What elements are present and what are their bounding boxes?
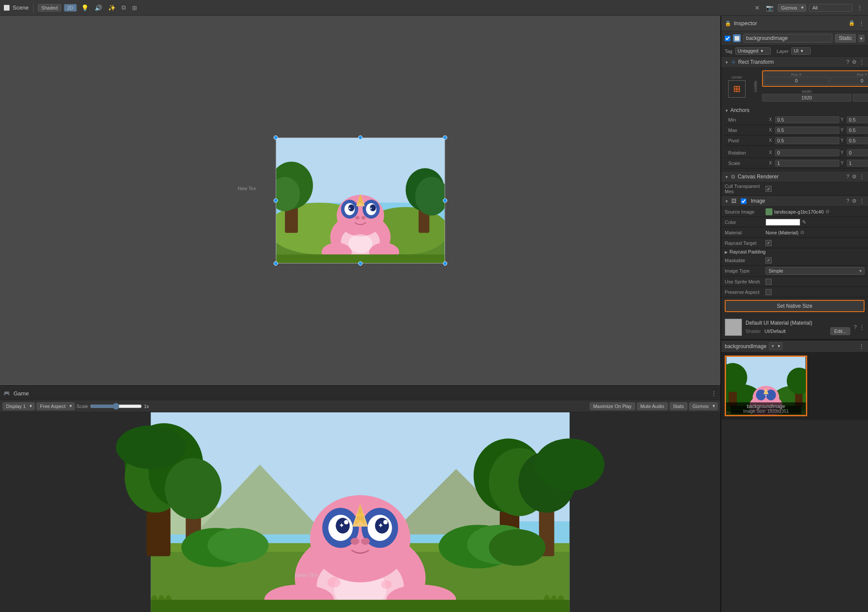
- camera-icon[interactable]: 📷: [764, 3, 775, 12]
- scale-y[interactable]: [847, 160, 868, 167]
- active-checkbox[interactable]: [725, 36, 730, 41]
- handle-top-mid[interactable]: [358, 135, 363, 140]
- use-sprite-checkbox[interactable]: [766, 279, 772, 285]
- handle-bottom-left[interactable]: [274, 261, 278, 266]
- canvas-settings-icon[interactable]: ⚙: [852, 174, 857, 180]
- pivot-row: Pivot X Y: [725, 135, 865, 146]
- layers-icon[interactable]: ⧉: [120, 3, 128, 12]
- width-input[interactable]: [762, 94, 851, 102]
- anchors-max-x[interactable]: [775, 127, 839, 134]
- aspect-dropdown[interactable]: Free Aspect: [36, 402, 75, 410]
- color-swatch[interactable]: [766, 219, 800, 226]
- scene-canvas[interactable]: ✦ ✦: [0, 16, 720, 385]
- source-img-icon: [766, 208, 772, 215]
- image-settings-icon[interactable]: ⚙: [852, 198, 857, 204]
- scale-slider[interactable]: [90, 403, 142, 410]
- tag-value: Untagged: [738, 48, 759, 53]
- audio-icon[interactable]: 🔊: [93, 3, 104, 12]
- handle-mid-right[interactable]: [443, 198, 447, 203]
- inspector-panel: 🔒 Inspector 🔒 ⬜ Static ▾ Tag Untagged: [720, 16, 868, 612]
- rect-transform-arrow: [725, 60, 729, 65]
- handle-top-right[interactable]: [443, 135, 447, 140]
- handle-top-left[interactable]: [274, 135, 278, 140]
- anchors-min-x[interactable]: [775, 116, 839, 123]
- preserve-aspect-checkbox[interactable]: [766, 289, 772, 295]
- mute-btn[interactable]: Mute Audio: [637, 402, 668, 410]
- grid-icon[interactable]: ⊞: [130, 3, 139, 12]
- scale-x[interactable]: [775, 160, 839, 167]
- game-tab-label[interactable]: Game: [13, 390, 29, 397]
- tag-dropdown[interactable]: Untagged ▾: [735, 47, 771, 55]
- image-help-icon[interactable]: ?: [846, 198, 849, 204]
- raycast-padding-row[interactable]: Raycast Padding: [721, 248, 868, 255]
- static-button[interactable]: Static: [835, 34, 856, 43]
- rect-transform-header[interactable]: ⊹ Rect Transform ? ⚙ ⋮: [721, 57, 868, 68]
- scene-object-container[interactable]: ✦ ✦: [276, 138, 445, 263]
- inspector-lock-btn[interactable]: 🔒: [848, 20, 855, 27]
- shaded-dropdown[interactable]: Shaded: [38, 4, 61, 12]
- object-name-input[interactable]: [743, 34, 832, 43]
- stats-btn[interactable]: Stats: [670, 402, 687, 410]
- rot-y[interactable]: [847, 149, 868, 156]
- handle-mid-left[interactable]: [274, 198, 278, 203]
- preview-dropdown[interactable]: ▾: [769, 342, 782, 350]
- display-dropdown[interactable]: Display 1: [3, 402, 35, 410]
- maskable-checkbox[interactable]: [766, 257, 772, 263]
- image-more-icon[interactable]: ⋮: [859, 198, 865, 204]
- anchors-max-label: Max: [728, 128, 767, 133]
- rect-more-icon[interactable]: ⋮: [859, 59, 865, 65]
- image-section-header[interactable]: 🖼 Image ? ⚙ ⋮: [721, 196, 868, 207]
- set-native-size-button[interactable]: Set Native Size: [725, 300, 865, 312]
- inspector-more-btn[interactable]: [858, 20, 865, 27]
- edit-shader-btn[interactable]: Edit...: [830, 327, 850, 335]
- image-enable-checkbox[interactable]: [741, 198, 746, 204]
- preview-more-icon[interactable]: [858, 343, 865, 350]
- layer-dropdown[interactable]: UI ▾: [791, 47, 811, 55]
- pos-y-input[interactable]: [830, 77, 868, 85]
- material-value-row: None (Material) ⊙: [766, 230, 865, 235]
- transform-icon[interactable]: ✕: [753, 3, 762, 12]
- color-picker-icon[interactable]: ✎: [802, 219, 806, 225]
- pos-x-input[interactable]: [764, 77, 828, 85]
- lock-icon[interactable]: 🔒: [725, 20, 731, 26]
- pivot-x[interactable]: [775, 137, 839, 144]
- material-more-icon[interactable]: ⋮: [859, 324, 865, 330]
- anchors-max-y[interactable]: [847, 127, 868, 134]
- source-img-target-btn[interactable]: ⊙: [825, 209, 829, 214]
- rect-help-icon[interactable]: ?: [846, 59, 849, 65]
- static-dropdown-arrow[interactable]: ▾: [858, 35, 865, 42]
- 2d-button[interactable]: 2D: [64, 4, 77, 12]
- canvas-more-icon[interactable]: ⋮: [859, 174, 865, 180]
- effects-icon[interactable]: ✨: [106, 3, 117, 12]
- rect-settings-icon[interactable]: ⚙: [852, 59, 857, 65]
- image-section-icon: 🖼: [731, 198, 736, 204]
- anchors-min-y[interactable]: [847, 116, 868, 123]
- game-canvas[interactable]: ✦ ✦: [0, 412, 720, 612]
- anchors-toggle[interactable]: Anchors: [725, 106, 865, 115]
- rot-x[interactable]: [775, 149, 839, 156]
- game-toolbar: Display 1 Free Aspect Scale 1x Maximize …: [0, 400, 720, 412]
- cull-checkbox[interactable]: [766, 186, 772, 192]
- gizmos-dropdown[interactable]: Gizmos: [778, 4, 806, 12]
- svg-point-100: [766, 390, 776, 401]
- canvas-help-icon[interactable]: ?: [846, 174, 849, 180]
- handle-bottom-mid[interactable]: [358, 261, 363, 266]
- layer-value: UI: [794, 48, 799, 53]
- maximize-btn[interactable]: Maximize On Play: [590, 402, 635, 410]
- image-type-dropdown[interactable]: Simple: [766, 267, 865, 275]
- game-gizmos-btn[interactable]: Gizmos: [689, 402, 718, 410]
- material-target-btn[interactable]: ⊙: [800, 230, 804, 235]
- color-row: Color ✎: [721, 217, 868, 227]
- search-input[interactable]: [809, 4, 852, 12]
- light-icon[interactable]: 💡: [79, 3, 90, 12]
- material-help-icon[interactable]: ?: [854, 324, 857, 330]
- handle-bottom-right[interactable]: [443, 261, 447, 266]
- canvas-renderer-header[interactable]: ⧉ Canvas Renderer ? ⚙ ⋮: [721, 171, 868, 182]
- more-options-icon[interactable]: ⋮: [855, 3, 865, 12]
- height-input[interactable]: [853, 94, 868, 102]
- anchor-cross-widget[interactable]: [734, 86, 740, 92]
- game-more-icon[interactable]: [711, 390, 717, 397]
- raycast-checkbox[interactable]: [766, 240, 772, 246]
- canvas-renderer-icons: ? ⚙ ⋮: [846, 174, 865, 180]
- pivot-y[interactable]: [847, 137, 868, 144]
